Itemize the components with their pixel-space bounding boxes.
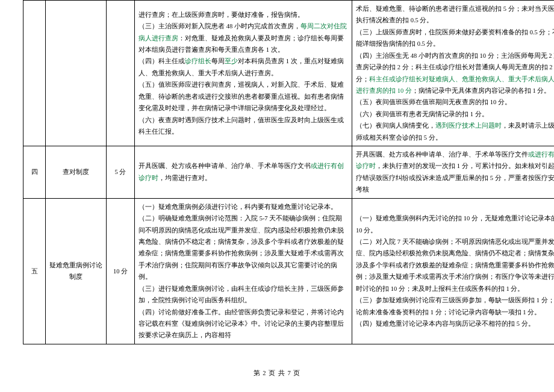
table-row: 进行查房；在上级医师查房时，要做好准备，报告病情。（三）主治医师对新入院患者 4… xyxy=(23,1,555,146)
row-standard: 开具医嘱、处方或各种申请单、治疗单、手术单等医疗文书或进行有创诊疗时，均需进行查… xyxy=(135,146,352,199)
row-name: 查对制度 xyxy=(46,146,107,199)
row-name xyxy=(46,1,107,146)
row-standard: （一）疑难危重病例必须进行讨论，科内要有疑难危重讨论记录本。（二）明确疑难危重病… xyxy=(135,198,352,344)
rules-table: 进行查房；在上级医师查房时，要做好准备，报告病情。（三）主治医师对新入院患者 4… xyxy=(23,0,554,344)
table-row: 四查对制度5 分开具医嘱、处方或各种申请单、治疗单、手术单等医疗文书或进行有创诊… xyxy=(23,146,555,199)
row-score xyxy=(107,1,135,146)
row-deduction: 开具医嘱、处方或各种申请单、治疗单、手术单等医疗文件或进行有创诊疗时，未执行查对… xyxy=(352,146,555,199)
row-standard: 进行查房；在上级医师查房时，要做好准备，报告病情。（三）主治医师对新入院患者 4… xyxy=(135,1,352,146)
row-index: 五 xyxy=(23,198,46,344)
row-deduction: 术后、疑难危重、待诊断的患者进行重点巡视的扣 5 分；未对当天医嘱执行情况检查的… xyxy=(352,1,555,146)
row-deduction: （一）疑难危重病例科内无讨论的扣 10 分，无疑难危重讨论记录本的扣 10 分。… xyxy=(352,198,555,344)
row-name: 疑难危重病例讨论制度 xyxy=(46,198,107,344)
row-score: 5 分 xyxy=(107,146,135,199)
page-footer: 第 2 页 共 7 页 xyxy=(0,367,554,379)
table-row: 五疑难危重病例讨论制度10 分（一）疑难危重病例必须进行讨论，科内要有疑难危重讨… xyxy=(23,198,555,344)
row-index: 四 xyxy=(23,146,46,199)
row-score: 10 分 xyxy=(107,198,135,344)
row-index xyxy=(23,1,46,146)
